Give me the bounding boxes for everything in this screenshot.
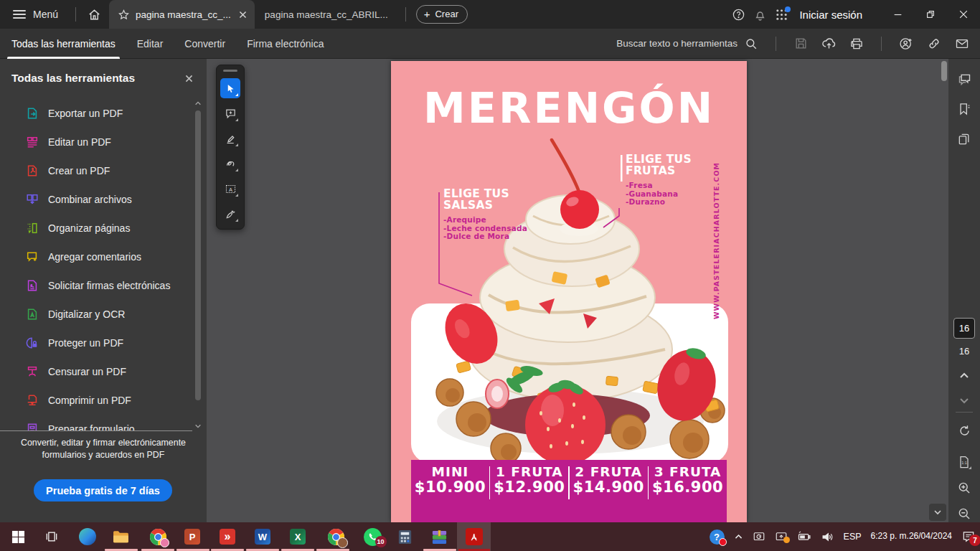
previous-page-chevron[interactable] [954,366,974,386]
edit-pdf-icon [26,136,39,149]
home-icon[interactable] [83,4,105,25]
tool-label: Proteger un PDF [48,337,123,349]
wireless-display-icon[interactable] [753,530,765,543]
window-close-button[interactable] [947,0,980,29]
highlight-tool-button[interactable] [220,128,240,149]
task-view-button[interactable] [34,522,69,551]
fill-sign-tool-button[interactable] [220,204,240,224]
email-icon[interactable] [951,33,973,55]
scroll-down-arrow[interactable] [194,422,202,430]
tool-label: Crear un PDF [48,165,110,176]
tool-request-esign[interactable]: Solicitar firmas electrónicas [0,271,192,300]
calculator-icon[interactable] [387,522,422,551]
pdf-page[interactable]: MERENGÓN [391,61,747,522]
tool-combine-files[interactable]: Combinar archivos [0,185,192,214]
tool-label: Agregar comentarios [48,251,141,263]
winrar-icon[interactable] [422,522,456,551]
add-comment-tool-button[interactable] [220,103,240,123]
zoom-in-icon[interactable] [954,478,974,498]
tab-edit[interactable]: Editar [136,29,165,59]
excel-icon[interactable]: X [281,522,315,551]
toolbar-drag-handle[interactable] [223,70,237,72]
bookmarks-panel-icon[interactable] [954,99,974,119]
draw-tool-button[interactable] [220,154,240,174]
notifications-bell-icon[interactable] [749,4,771,25]
tool-scan-ocr[interactable]: Digitalizar y OCR [0,300,192,329]
display-update-icon[interactable] [775,530,788,543]
scrollbar-thumb[interactable] [195,110,201,400]
free-trial-button[interactable]: Prueba gratis de 7 días [34,479,172,501]
current-page-input[interactable]: 16 [953,318,975,339]
hamburger-menu-icon[interactable] [13,10,26,19]
language-indicator[interactable]: ESP [844,532,862,542]
tool-redact-pdf[interactable]: Censurar un PDF [0,357,192,386]
actual-size-icon[interactable]: 1:1 [954,452,974,472]
select-tool-button[interactable] [220,78,240,98]
divider [405,7,406,22]
window-restore-button[interactable] [914,0,947,29]
document-scrollbar-thumb[interactable] [941,61,947,81]
red-arrows-app-icon[interactable]: » [210,522,245,551]
battery-icon[interactable] [797,529,811,544]
edge-icon[interactable] [70,522,105,551]
hidden-icons-chevron[interactable] [734,532,743,542]
tool-compress-pdf[interactable]: Comprimir un PDF [0,386,192,415]
file-explorer-icon[interactable] [103,522,138,551]
clock[interactable]: 6:23 p. m. 26/04/2024 [871,531,952,542]
link-icon[interactable] [923,33,945,55]
create-button[interactable]: + Crear [416,5,468,24]
share-add-person-icon[interactable] [895,33,917,55]
volume-icon[interactable] [821,530,834,544]
request-esign-icon [26,279,39,292]
search-tools[interactable]: Buscar texto o herramientas [612,34,762,53]
tab-all-tools[interactable]: Todas las herramientas [10,29,117,59]
chrome-icon[interactable] [141,522,175,551]
tab-esign[interactable]: Firma electrónica [245,29,325,59]
start-button[interactable] [1,522,35,551]
word-icon[interactable]: W [245,522,280,551]
page-thumbnails-icon[interactable] [954,129,974,149]
panel-close-icon[interactable] [184,74,194,83]
powerpoint-icon[interactable]: P [175,522,209,551]
star-icon[interactable] [118,9,130,21]
window-minimize-button[interactable] [881,0,914,29]
tab-document-1[interactable]: pagina maestra_cc_... [109,0,255,29]
scan-ocr-icon [26,308,39,321]
organize-pages-icon [26,222,39,235]
tab-close-icon[interactable] [238,10,248,19]
panel-scrollbar[interactable] [194,99,202,430]
document-canvas[interactable]: A MERENGÓN [207,59,948,522]
chrome-profile-icon[interactable] [319,522,353,551]
antivirus-help-icon[interactable]: ? [710,529,725,545]
notification-center-icon[interactable]: 7 [961,529,976,544]
tool-organize-pages[interactable]: Organizar páginas [0,214,192,242]
save-icon[interactable] [790,33,811,55]
tool-prepare-form[interactable]: Preparar formulario [0,415,192,430]
next-page-chevron[interactable] [954,390,974,410]
comments-panel-icon[interactable] [954,69,974,89]
tool-add-comments[interactable]: Agregar comentarios [0,242,192,271]
acrobat-icon[interactable] [457,522,491,551]
whatsapp-icon[interactable]: 10 [355,522,390,551]
document-scrollbar[interactable] [941,59,948,522]
scroll-up-arrow[interactable] [194,99,202,108]
tool-create-pdf[interactable]: Crear un PDF [0,156,192,185]
tool-protect-pdf[interactable]: Proteger un PDF [0,329,192,357]
upload-cloud-icon[interactable] [818,33,839,55]
add-text-tool-button[interactable]: A [220,179,240,199]
help-icon[interactable] [727,4,749,25]
sign-in-button[interactable]: Iniciar sesión [799,9,862,21]
tool-export-pdf[interactable]: Exportar un PDF [0,99,192,128]
tab-document-2[interactable]: pagina maestra_cc_ABRIL... [255,0,398,29]
redact-pdf-icon [26,365,39,378]
scroll-down-button[interactable] [929,504,946,521]
zoom-out-icon[interactable] [954,504,974,524]
tool-edit-pdf[interactable]: Editar un PDF [0,128,192,156]
print-icon[interactable] [846,33,867,55]
price-col-mini: MINI $10.900 [411,465,489,496]
rotate-page-icon[interactable] [954,420,974,441]
menu-button[interactable]: Menú [33,9,58,20]
tab-convert[interactable]: Convertir [183,29,227,59]
app-launcher-grid-icon[interactable] [771,4,792,25]
plus-icon: + [424,10,430,19]
